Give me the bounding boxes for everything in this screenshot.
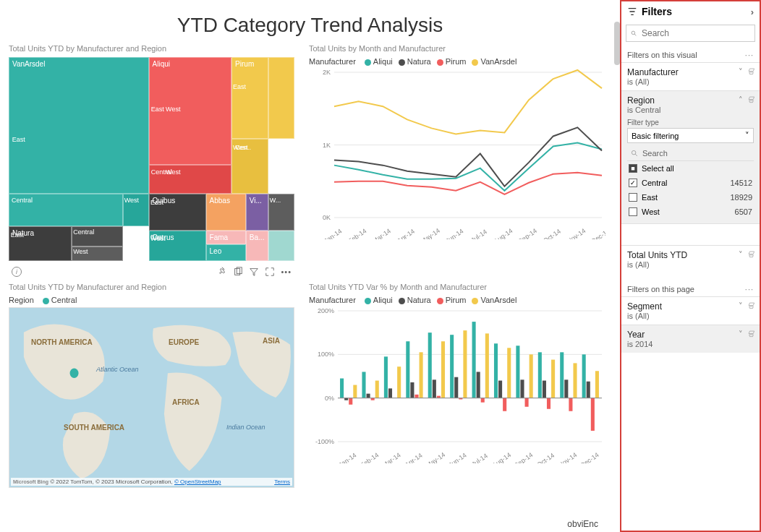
checkbox[interactable]: ■ [629,164,637,173]
bar-chart-visual[interactable]: Total Units YTD Var % by Month and Manuf… [309,283,611,489]
treemap-cell[interactable]: Fama [206,231,246,245]
chevron-down-icon[interactable]: ˅ [739,250,743,259]
checkbox[interactable] [629,179,637,187]
more-icon[interactable]: ••• [281,267,292,276]
filters-search[interactable] [626,25,755,42]
chevron-up-icon[interactable]: ˄ [739,95,743,105]
svg-text:Jul-14: Jul-14 [469,228,488,239]
svg-rect-58 [463,330,467,398]
svg-rect-48 [420,352,423,398]
focus-icon[interactable] [265,267,275,277]
clear-icon[interactable] [747,67,755,75]
treemap-cell[interactable]: West [123,194,149,226]
clear-icon[interactable] [747,250,755,258]
filter-card-year[interactable]: ˅ Year is 2014 [621,325,760,353]
svg-text:Oct-14: Oct-14 [542,228,562,239]
svg-rect-65 [494,343,498,398]
more-icon[interactable]: ··· [745,285,754,293]
filter-card-region[interactable]: ˄ Region is Central Filter type Basic fi… [621,90,760,223]
treemap-cell[interactable]: AliquiEastWest [149,57,232,165]
svg-text:Mar-14: Mar-14 [371,227,392,239]
search-input[interactable] [642,28,750,38]
treemap-cell[interactable]: CentralWest [149,165,232,193]
line-chart-visual[interactable]: Total Units by Month and Manufacturer Ma… [309,44,611,261]
treemap-cell[interactable]: Central [72,226,123,246]
treemap-cell[interactable]: WestCen.. [231,139,268,194]
svg-rect-60 [472,322,476,398]
treemap-cell[interactable]: Vi... [246,194,269,231]
svg-rect-88 [595,371,599,398]
svg-point-91 [632,31,635,35]
clear-icon[interactable] [747,95,755,103]
line-legend: Manufacturer AliquiNaturaPirumVanArsdel [309,57,611,66]
treemap-body[interactable]: VanArsdelEastCentralWestNaturaEastCentra… [9,57,294,261]
visual-toolbar: i ••• [9,265,294,278]
info-icon[interactable]: i [12,267,22,277]
checkbox[interactable] [629,193,637,202]
checkbox[interactable] [629,207,637,216]
clear-icon[interactable] [747,330,755,338]
filter-pane-icon [627,7,637,17]
search-icon [631,150,639,158]
chevron-down-icon: ˅ [745,131,749,140]
svg-rect-51 [433,379,436,398]
scrollbar[interactable] [614,22,620,65]
terms-link[interactable]: Terms [274,479,290,485]
filter-options-search[interactable]: Search [627,146,754,161]
treemap-cell[interactable]: Central [9,194,123,226]
svg-rect-76 [543,381,546,398]
filter-option[interactable]: East18929 [627,190,754,205]
treemap-cell[interactable] [268,231,294,261]
filter-option[interactable]: West6507 [627,205,754,219]
treemap-cell[interactable]: West [72,246,123,261]
treemap-cell[interactable] [268,57,294,139]
page-filters-section: Filters on this page··· [621,282,760,296]
copy-icon[interactable] [233,267,243,277]
filter-icon[interactable] [249,267,259,277]
filter-option[interactable]: Central14512 [627,176,754,190]
svg-text:200%: 200% [318,307,334,314]
filter-card-manufacturer[interactable]: ˅ Manufacturer is (All) [621,62,760,90]
viz-title: Total Units YTD by Manufacturer and Regi… [9,283,294,291]
pin-icon[interactable] [217,267,227,277]
svg-text:100%: 100% [318,351,334,358]
svg-rect-68 [507,348,511,398]
chevron-down-icon[interactable]: ˅ [739,330,743,339]
filters-header[interactable]: Filters › [621,1,760,22]
treemap-cell[interactable]: W... [268,194,294,231]
svg-rect-40 [384,356,388,398]
map-visual[interactable]: Total Units YTD by Manufacturer and Regi… [9,283,294,489]
treemap-cell[interactable]: NaturaEast [9,226,72,261]
treemap-cell[interactable]: Ba... [246,231,269,261]
svg-rect-32 [349,398,352,405]
svg-text:Feb-14: Feb-14 [359,451,380,463]
svg-text:1K: 1K [323,142,331,149]
filter-option[interactable]: ■Select all [627,161,754,176]
chevron-down-icon[interactable]: ˅ [739,301,743,311]
collapse-icon[interactable]: › [751,7,754,17]
svg-text:2K: 2K [323,69,331,76]
filter-type-select[interactable]: Basic filtering˅ [627,128,754,143]
treemap-visual[interactable]: Total Units YTD by Manufacturer and Regi… [9,44,294,261]
svg-text:May-14: May-14 [420,227,441,239]
treemap-cell[interactable]: CurrusEastWest [149,231,206,261]
chevron-down-icon[interactable]: ˅ [739,67,743,77]
filter-card-total-units[interactable]: ˅ Total Units YTD is (All) [621,245,760,273]
svg-text:Apr-14: Apr-14 [396,228,416,239]
treemap-cell[interactable]: Leo [206,244,246,261]
svg-text:Feb-14: Feb-14 [347,227,367,239]
osm-link[interactable]: © OpenStreetMap [174,479,221,485]
treemap-cell[interactable]: VanArsdelEast [9,57,149,194]
filter-card-segment[interactable]: ˅ Segment is (All) [621,296,760,325]
svg-text:0K: 0K [323,214,331,221]
treemap-cell[interactable]: Abbas [206,194,246,231]
treemap-cell[interactable]: QuibusEast [149,194,206,231]
svg-text:Nov-14: Nov-14 [566,227,587,239]
svg-text:Sep-14: Sep-14 [517,227,539,239]
map-attribution: Microsoft Bing © 2022 TomTom, © 2023 Mic… [11,478,292,486]
more-icon[interactable]: ··· [745,51,754,59]
svg-rect-30 [340,379,344,398]
map-body[interactable]: NORTH AMERICA EUROPE ASIA AFRICA SOUTH A… [9,307,294,488]
treemap-cell[interactable]: PirumEast [231,57,268,139]
clear-icon[interactable] [747,301,755,309]
